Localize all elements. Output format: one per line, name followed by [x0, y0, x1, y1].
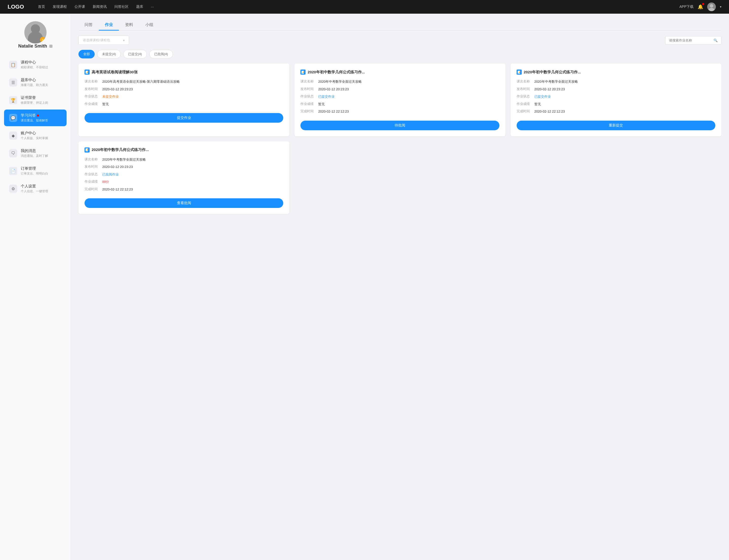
- card1-score-row: 作业成绩 暂无: [85, 102, 283, 107]
- assignment-card-3: 📝 2020年初中数学几何公式练习作... 课次名称 2020年中考数学全面过关…: [511, 63, 721, 136]
- search-input[interactable]: [669, 38, 712, 42]
- card4-finish-row: 完成时间 2020-02-12 22:12:23: [85, 187, 283, 192]
- sidebar-item-settings[interactable]: ⚙ 个人设置 个人信息、一键管理: [4, 180, 67, 197]
- question-bank-title: 题库中心: [21, 78, 61, 82]
- filter-all[interactable]: 全部: [78, 50, 95, 58]
- settings-icon: ⚙: [9, 185, 17, 193]
- card2-course-row: 课次名称 2020年中考数学全面过关攻略: [300, 79, 499, 84]
- card1-status-row: 作业状态 未提交作业: [85, 94, 283, 99]
- orders-title: 订单管理: [21, 166, 61, 171]
- course-select-dropdown[interactable]: 请选择课程/课程包 ▾: [78, 36, 129, 45]
- sidebar-item-qa[interactable]: 💬 学习问答 课后重温、疑难解答: [4, 110, 67, 126]
- settings-title: 个人设置: [21, 184, 61, 189]
- messages-title: 我的消息: [21, 148, 61, 153]
- main-container: ⭐ Natalie Smith ⊞ 📋 课程中心 精彩课程、不容错过 ☰ 题库中…: [0, 14, 729, 560]
- card1-icon: 📝: [85, 70, 90, 75]
- nav-more[interactable]: ···: [151, 5, 154, 9]
- card3-finish-row: 完成时间 2020-02-12 22:12:23: [517, 109, 715, 114]
- filter-row: 请选择课程/课程包 ▾ 🔍: [78, 36, 721, 45]
- qa-title: 学习问答: [21, 113, 61, 118]
- card2-publish-row: 发布时间 2020-02-12 20:23:23: [300, 87, 499, 92]
- course-center-subtitle: 精彩课程、不容错过: [21, 65, 61, 70]
- settings-subtitle: 个人信息、一键管理: [21, 189, 61, 193]
- card2-finish-row: 完成时间 2020-02-12 22:12:23: [300, 109, 499, 114]
- sidebar-item-orders[interactable]: 📄 订单管理 订单支出、明明白白: [4, 163, 67, 179]
- question-bank-subtitle: 海量习题、助力通关: [21, 83, 61, 87]
- main-nav: 首页 发现课程 公开课 新闻资讯 问答社区 题库 ···: [38, 5, 679, 9]
- card2-review-btn[interactable]: 待批阅: [300, 121, 499, 130]
- question-bank-icon: ☰: [9, 78, 17, 87]
- sidebar-item-messages[interactable]: 🗨 我的消息 消息通知、及时了解: [4, 145, 67, 162]
- card3-score-row: 作业成绩 暂无: [517, 102, 715, 107]
- content-area: 问答 作业 资料 小组 请选择课程/课程包 ▾ 🔍 全部 未提交(4) 已提交(…: [71, 14, 729, 560]
- certificate-title: 证书荣誉: [21, 95, 61, 100]
- sidebar-nav: 📋 课程中心 精彩课程、不容错过 ☰ 题库中心 海量习题、助力通关 🏆 证书荣誉: [0, 56, 71, 198]
- profile-section: ⭐ Natalie Smith ⊞: [13, 21, 57, 49]
- assignment-card-1: 📝 高考英语试卷阅读理解30张 课次名称 2020年高考英语全面过关攻略-第六期…: [78, 63, 289, 136]
- nav-question-bank[interactable]: 题库: [136, 5, 143, 9]
- nav-home[interactable]: 首页: [38, 5, 45, 9]
- sidebar-item-account[interactable]: ◆ 账户中心 个人权益、实时掌握: [4, 127, 67, 144]
- nav-open-course[interactable]: 公开课: [74, 5, 85, 9]
- card3-icon: 📝: [517, 70, 522, 75]
- notification-bell[interactable]: 🔔: [698, 4, 703, 10]
- course-center-title: 课程中心: [21, 60, 61, 65]
- profile-edit-icon[interactable]: ⊞: [49, 44, 52, 49]
- qa-subtitle: 课后重温、疑难解答: [21, 118, 61, 123]
- status-filter-bar: 全部 未提交(4) 已提交(4) 已批阅(4): [78, 50, 721, 58]
- tab-qa[interactable]: 问答: [78, 20, 99, 30]
- card4-title: 📝 2020年初中数学几何公式练习作...: [85, 147, 283, 153]
- logo: LOGO: [8, 4, 28, 10]
- card3-course-row: 课次名称 2020年中考数学全面过关攻略: [517, 79, 715, 84]
- account-icon: ◆: [9, 132, 17, 140]
- tab-group[interactable]: 小组: [139, 20, 159, 30]
- sidebar: ⭐ Natalie Smith ⊞ 📋 课程中心 精彩课程、不容错过 ☰ 题库中…: [0, 14, 71, 560]
- card4-icon: 📝: [85, 147, 90, 153]
- card3-status-row: 作业状态 已提交作业: [517, 94, 715, 99]
- header: LOGO 首页 发现课程 公开课 新闻资讯 问答社区 题库 ··· APP下载 …: [0, 0, 729, 14]
- filter-reviewed[interactable]: 已批阅(4): [149, 50, 173, 58]
- user-menu-chevron[interactable]: ▾: [720, 5, 721, 9]
- tabs-bar: 问答 作业 资料 小组: [78, 20, 721, 31]
- assignment-card-2: 📝 2020年初中数学几何公式练习作... 课次名称 2020年中考数学全面过关…: [294, 63, 505, 136]
- tab-homework[interactable]: 作业: [99, 20, 119, 30]
- filter-left: 请选择课程/课程包 ▾: [78, 36, 129, 45]
- cards-grid: 📝 高考英语试卷阅读理解30张 课次名称 2020年高考英语全面过关攻略-第六期…: [78, 63, 721, 214]
- profile-name: Natalie Smith ⊞: [18, 44, 52, 49]
- card3-resubmit-btn[interactable]: 重新提交: [517, 121, 715, 130]
- app-download-link[interactable]: APP下载: [679, 5, 694, 9]
- card3-title: 📝 2020年初中数学几何公式练习作...: [517, 70, 715, 75]
- avatar[interactable]: [707, 3, 716, 11]
- card2-icon: 📝: [300, 70, 305, 75]
- qa-icon: 💬: [9, 114, 17, 122]
- card4-publish-row: 发布时间 2020-02-12 20:23:23: [85, 164, 283, 169]
- header-right: APP下载 🔔 ▾: [679, 3, 721, 11]
- card4-score-row: 作业成绩 88分: [85, 179, 283, 184]
- notification-badge: [702, 3, 704, 5]
- messages-icon: 🗨: [9, 149, 17, 157]
- certificate-icon: 🏆: [9, 96, 17, 104]
- card1-submit-btn[interactable]: 提交作业: [85, 113, 283, 123]
- sidebar-item-question-bank[interactable]: ☰ 题库中心 海量习题、助力通关: [4, 74, 67, 91]
- account-subtitle: 个人权益、实时掌握: [21, 136, 61, 140]
- card2-status-row: 作业状态 已提交作业: [300, 94, 499, 99]
- sidebar-item-certificate[interactable]: 🏆 证书荣誉 收获荣誉、持证上岗: [4, 92, 67, 109]
- card1-title: 📝 高考英语试卷阅读理解30张: [85, 70, 283, 75]
- card4-course-row: 课次名称 2020年中考数学全面过关攻略: [85, 157, 283, 162]
- profile-name-text: Natalie Smith: [18, 44, 47, 49]
- nav-news[interactable]: 新闻资讯: [93, 5, 107, 9]
- certificate-subtitle: 收获荣誉、持证上岗: [21, 101, 61, 105]
- tab-materials[interactable]: 资料: [119, 20, 139, 30]
- filter-unsubmitted[interactable]: 未提交(4): [97, 50, 121, 58]
- messages-subtitle: 消息通知、及时了解: [21, 154, 61, 158]
- search-icon[interactable]: 🔍: [714, 38, 718, 42]
- nav-qa[interactable]: 问答社区: [114, 5, 129, 9]
- card4-view-review-btn[interactable]: 查看批阅: [85, 198, 283, 208]
- sidebar-item-course[interactable]: 📋 课程中心 精彩课程、不容错过: [4, 56, 67, 73]
- card2-score-row: 作业成绩 暂无: [300, 102, 499, 107]
- course-center-icon: 📋: [9, 61, 17, 69]
- assignment-card-4: 📝 2020年初中数学几何公式练习作... 课次名称 2020年中考数学全面过关…: [78, 141, 289, 214]
- filter-submitted[interactable]: 已提交(4): [123, 50, 147, 58]
- svg-point-1: [710, 4, 713, 8]
- nav-discover[interactable]: 发现课程: [53, 5, 67, 9]
